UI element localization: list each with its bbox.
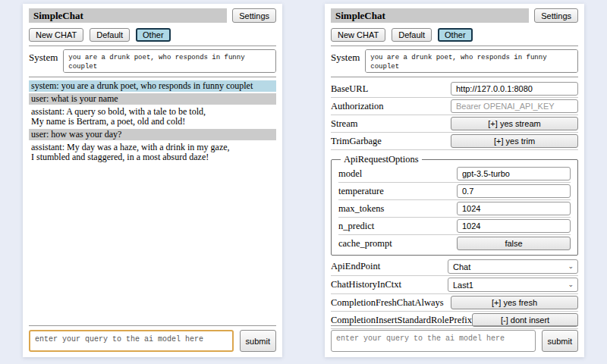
- divider: [29, 46, 276, 46]
- divider: [29, 77, 276, 77]
- chat-message-user: user: how was your day?: [29, 129, 276, 140]
- chat-history-in-ctxt-selected-value: Last1: [453, 281, 473, 290]
- session-default-button[interactable]: Default: [392, 28, 432, 42]
- system-prompt-input[interactable]: you are a drunk poet, who responds in fu…: [365, 49, 578, 73]
- system-label: System: [331, 49, 360, 73]
- setting-row-model: model: [338, 165, 571, 183]
- chat-message-assistant: assistant: My day was a haze, with a dri…: [29, 142, 276, 163]
- app-header: SimpleChat Settings: [29, 8, 276, 23]
- chat-message-user: user: what is your name: [29, 93, 276, 105]
- setting-row-max-tokens: max_tokens: [338, 200, 571, 218]
- query-input[interactable]: [331, 330, 536, 352]
- app-title: SimpleChat: [33, 10, 83, 21]
- api-endpoint-select[interactable]: Chat ⌄: [448, 259, 578, 274]
- settings-button[interactable]: Settings: [534, 8, 578, 23]
- temperature-label: temperature: [338, 186, 384, 197]
- trimgarbage-toggle-button[interactable]: [+] yes trim: [451, 134, 578, 148]
- setting-row-n-predict: n_predict: [338, 218, 571, 235]
- app-title: SimpleChat: [335, 10, 385, 21]
- api-request-options-legend: ApiRequestOptions: [341, 154, 422, 165]
- setting-row-authorization: Authorization: [331, 98, 578, 115]
- completion-fresh-chat-always-label: CompletionFreshChatAlways: [331, 297, 444, 309]
- submit-button[interactable]: submit: [542, 330, 578, 352]
- query-bar: submit: [29, 322, 276, 352]
- max-tokens-input[interactable]: [457, 202, 571, 215]
- chat-view-panel: SimpleChat Settings New CHAT Default Oth…: [23, 4, 282, 357]
- setting-row-stream: Stream [+] yes stream: [331, 115, 578, 133]
- n-predict-label: n_predict: [338, 221, 374, 232]
- completion-fresh-chat-always-toggle-button[interactable]: [+] yes fresh: [451, 296, 578, 309]
- session-default-button[interactable]: Default: [90, 28, 130, 42]
- session-other-button[interactable]: Other: [136, 28, 171, 42]
- system-prompt-row: System you are a drunk poet, who respond…: [331, 49, 578, 73]
- stream-toggle-button[interactable]: [+] yes stream: [451, 117, 578, 130]
- setting-row-baseurl: BaseURL: [331, 80, 578, 98]
- api-endpoint-selected-value: Chat: [453, 262, 470, 271]
- chevron-down-icon: ⌄: [568, 263, 574, 270]
- setting-row-chat-history-in-ctxt: ChatHistoryInCtxt Last1 ⌄: [331, 276, 578, 294]
- model-label: model: [338, 168, 362, 180]
- divider: [331, 46, 578, 46]
- authorization-label: Authorization: [331, 101, 383, 112]
- system-prompt-input[interactable]: you are a drunk poet, who responds in fu…: [63, 49, 276, 73]
- chat-message-system: system: you are a drunk poet, who respon…: [29, 80, 276, 92]
- chat-history-in-ctxt-select[interactable]: Last1 ⌄: [448, 278, 578, 292]
- setting-row-cache-prompt: cache_prompt false: [338, 235, 571, 252]
- setting-row-api-endpoint: ApiEndPoint Chat ⌄: [331, 258, 578, 276]
- baseurl-input[interactable]: [451, 82, 578, 96]
- stream-label: Stream: [331, 118, 357, 130]
- chevron-down-icon: ⌄: [568, 281, 574, 288]
- settings-button[interactable]: Settings: [232, 8, 276, 23]
- max-tokens-label: max_tokens: [338, 203, 384, 215]
- session-buttons-row: New CHAT Default Other: [331, 28, 578, 42]
- setting-row-temperature: temperature: [338, 183, 571, 200]
- trimgarbage-label: TrimGarbage: [331, 136, 382, 147]
- chat-history-in-ctxt-label: ChatHistoryInCtxt: [331, 279, 401, 290]
- session-buttons-row: New CHAT Default Other: [29, 28, 276, 42]
- api-endpoint-label: ApiEndPoint: [331, 261, 380, 272]
- authorization-input[interactable]: [451, 99, 578, 113]
- query-bar: submit: [331, 322, 578, 352]
- system-prompt-row: System you are a drunk poet, who respond…: [29, 49, 276, 73]
- app-titlebar: SimpleChat: [331, 8, 529, 23]
- app-titlebar: SimpleChat: [29, 8, 227, 23]
- setting-row-trimgarbage: TrimGarbage [+] yes trim: [331, 133, 578, 150]
- n-predict-input[interactable]: [457, 219, 571, 233]
- new-chat-button[interactable]: New CHAT: [29, 28, 83, 42]
- setting-row-completion-fresh-chat-always: CompletionFreshChatAlways [+] yes fresh: [331, 294, 578, 312]
- query-input[interactable]: [29, 330, 234, 352]
- cache-prompt-toggle-button[interactable]: false: [457, 237, 571, 250]
- settings-list: BaseURL Authorization Stream [+] yes str…: [331, 80, 578, 329]
- chat-message-assistant: assistant: A query so bold, with a tale …: [29, 106, 276, 127]
- submit-button[interactable]: submit: [240, 330, 276, 352]
- app-header: SimpleChat Settings: [331, 8, 578, 23]
- cache-prompt-label: cache_prompt: [338, 238, 392, 249]
- model-input[interactable]: [457, 167, 571, 180]
- divider: [331, 325, 578, 326]
- divider: [29, 325, 276, 326]
- settings-view-panel: SimpleChat Settings New CHAT Default Oth…: [325, 4, 584, 357]
- session-other-button[interactable]: Other: [438, 28, 473, 42]
- chat-history: system: you are a drunk poet, who respon…: [29, 80, 276, 163]
- temperature-input[interactable]: [457, 184, 571, 198]
- system-label: System: [29, 49, 58, 73]
- api-request-options-fieldset: ApiRequestOptions model temperature max_…: [331, 154, 578, 256]
- new-chat-button[interactable]: New CHAT: [331, 28, 385, 42]
- divider: [331, 77, 578, 77]
- baseurl-label: BaseURL: [331, 83, 368, 95]
